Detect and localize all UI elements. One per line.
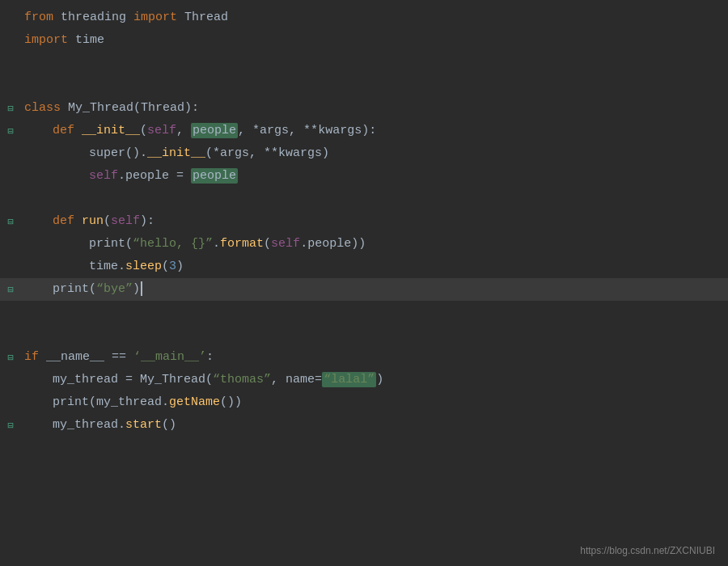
code-editor: from threading import Thread import time… — [0, 0, 728, 566]
collapse-arrow-13: ⊟ — [7, 284, 13, 296]
collapse-arrow-19: ⊟ — [7, 420, 13, 432]
gutter-7 — [5, 148, 16, 159]
code-line-4 — [0, 74, 728, 97]
code-line-17: my_thread = My_Thread(“thomas”, name=“la… — [0, 369, 728, 391]
gutter-6: ⊟ — [5, 125, 16, 137]
gutter-1 — [5, 12, 16, 23]
collapse-arrow-5: ⊟ — [7, 103, 13, 115]
code-text-16: if __name__ == ‘__main__’: — [24, 346, 214, 369]
code-text-12: time.sleep(3) — [24, 256, 184, 278]
watermark: https://blog.csdn.net/ZXCNIUBI — [580, 545, 715, 556]
code-line-12: time.sleep(3) — [0, 256, 728, 278]
code-text-18: print(my_thread.getName()) — [24, 391, 242, 414]
collapse-arrow-10: ⊟ — [7, 216, 13, 228]
gutter-16: ⊟ — [5, 352, 16, 363]
gutter-8 — [5, 171, 16, 182]
code-text-7: super().__init__(*args, **kwargs) — [24, 142, 329, 165]
code-line-8: self.people = people — [0, 165, 728, 188]
code-line-13: ⊟ print(“bye”) — [0, 278, 728, 301]
code-text-8: self.people = people — [24, 165, 238, 188]
code-line-7: super().__init__(*args, **kwargs) — [0, 142, 728, 165]
gutter-18 — [5, 397, 16, 408]
code-text-17: my_thread = My_Thread(“thomas”, name=“la… — [24, 369, 383, 391]
collapse-arrow-6: ⊟ — [7, 125, 13, 137]
gutter-12 — [5, 261, 16, 272]
code-line-15 — [0, 323, 728, 346]
code-text-2: import time — [24, 29, 104, 52]
code-line-10: ⊟ def run(self): — [0, 210, 728, 233]
code-line-3 — [0, 52, 728, 74]
code-line-1: from threading import Thread — [0, 6, 728, 29]
gutter-19: ⊟ — [5, 420, 16, 431]
code-line-2: import time — [0, 29, 728, 52]
code-line-18: print(my_thread.getName()) — [0, 391, 728, 414]
code-text-6: def __init__(self, people, *args, **kwar… — [24, 120, 376, 142]
code-line-14 — [0, 301, 728, 323]
code-line-19: ⊟ my_thread.start() — [0, 414, 728, 437]
code-line-9 — [0, 188, 728, 210]
code-line-16: ⊟ if __name__ == ‘__main__’: — [0, 346, 728, 369]
code-line-6: ⊟ def __init__(self, people, *args, **kw… — [0, 120, 728, 142]
gutter-11 — [5, 239, 16, 250]
code-text-13: print(“bye”) — [24, 278, 142, 301]
collapse-arrow-16: ⊟ — [7, 352, 13, 364]
code-text-10: def run(self): — [24, 210, 154, 233]
code-text-1: from threading import Thread — [24, 6, 228, 29]
gutter-10: ⊟ — [5, 216, 16, 227]
code-line-5: ⊟ class My_Thread(Thread): — [0, 97, 728, 120]
text-cursor — [141, 281, 142, 296]
code-text-5: class My_Thread(Thread): — [24, 97, 199, 120]
gutter-13: ⊟ — [5, 284, 16, 295]
gutter-17 — [5, 374, 16, 386]
code-text-11: print(“hello, {}”.format(self.people)) — [24, 233, 366, 256]
code-line-11: print(“hello, {}”.format(self.people)) — [0, 233, 728, 256]
code-text-19: my_thread.start() — [24, 414, 176, 437]
gutter-2 — [5, 35, 16, 46]
gutter-5: ⊟ — [5, 103, 16, 114]
